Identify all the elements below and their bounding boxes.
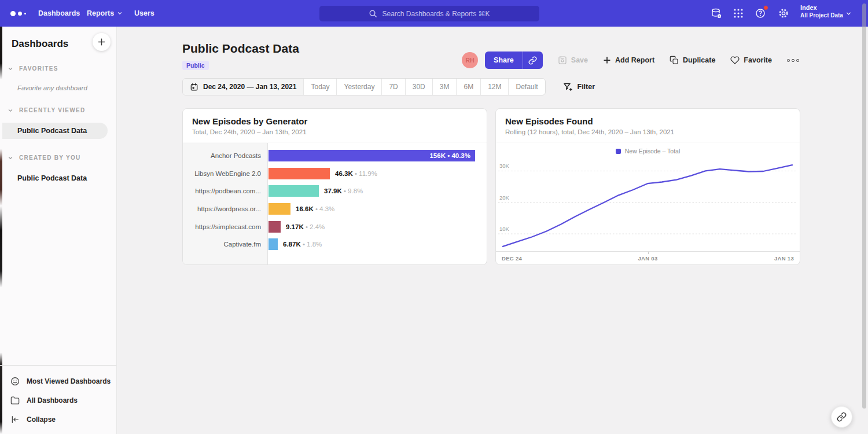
date-preset-6m[interactable]: 6M	[457, 79, 481, 95]
help-icon[interactable]	[755, 8, 766, 19]
nav-users-label: Users	[134, 9, 155, 17]
workspace-scope: All Project Data	[800, 12, 843, 19]
bar-value-label: 16.6K • 4.3%	[296, 205, 334, 212]
bar-row: Libsyn WebEngine 2.046.3K • 11.9%	[183, 165, 487, 183]
nav-dashboards-label: Dashboards	[38, 9, 80, 17]
bar-category-label: https://podbean.com...	[183, 187, 268, 194]
y-tick-label: 30K	[499, 163, 510, 169]
add-report-button[interactable]: Add Report	[603, 56, 654, 64]
bar-category-label: Captivate.fm	[183, 241, 268, 248]
chevron-down-icon	[845, 10, 852, 17]
filter-funnel-icon	[563, 82, 573, 91]
data-sources-icon[interactable]	[711, 8, 722, 19]
save-icon	[558, 56, 567, 65]
page-scrollbar[interactable]	[862, 3, 866, 409]
more-options-button[interactable]	[786, 57, 800, 64]
share-link-button[interactable]	[523, 52, 543, 69]
nav-users[interactable]: Users	[134, 0, 155, 27]
card-new-episodes-found: New Episodes Found Rolling (12 hours), t…	[495, 108, 800, 265]
line-series	[503, 165, 792, 247]
dashboard-actions: RH Share Save Add Report Duplicate Favor…	[462, 52, 800, 69]
bar-category-label: https://simplecast.com	[183, 223, 268, 230]
bar	[269, 168, 330, 179]
filter-label: Filter	[578, 83, 595, 91]
avatar[interactable]: RH	[462, 52, 478, 68]
most-viewed-dashboards-link[interactable]: Most Viewed Dashboards	[0, 372, 116, 391]
footer-item-label: All Dashboards	[27, 396, 78, 404]
legend-swatch-icon	[616, 149, 621, 154]
nav-reports-label: Reports	[87, 9, 114, 17]
workspace-selector[interactable]: Index All Project Data	[800, 4, 843, 19]
page-title: Public Podcast Data	[182, 42, 299, 56]
sidebar-footer: Most Viewed Dashboards All Dashboards Co…	[0, 365, 116, 434]
save-label: Save	[571, 56, 588, 64]
line-chart: New Episode – Total 10K20K30K DEC 24 JAN…	[496, 143, 800, 264]
date-preset-yesterday[interactable]: Yesterday	[337, 79, 382, 95]
section-recently-viewed[interactable]: RECENTLY VIEWED	[0, 107, 116, 113]
line-plot-area: 10K20K30K	[498, 157, 796, 251]
section-recently-viewed-label: RECENTLY VIEWED	[19, 107, 86, 113]
public-badge: Public	[182, 61, 209, 70]
nav-dashboards[interactable]: Dashboards	[38, 0, 80, 27]
all-dashboards-link[interactable]: All Dashboards	[0, 391, 116, 410]
section-favorites-label: FAVORITES	[19, 65, 58, 72]
plus-icon	[97, 38, 106, 46]
bar	[269, 185, 319, 197]
date-range-picker[interactable]: Dec 24, 2020 — Jan 13, 2021	[183, 79, 304, 95]
share-label: Share	[494, 56, 514, 64]
date-range-value: Dec 24, 2020 — Jan 13, 2021	[203, 83, 296, 91]
sidebar-item-public-podcast-data-created[interactable]: Public Podcast Data	[0, 170, 116, 186]
favorite-button[interactable]: Favorite	[730, 56, 772, 65]
card-new-episodes-by-generator: New Episodes by Generator Total, Dec 24t…	[182, 108, 487, 265]
x-axis-tick	[648, 252, 649, 254]
bar-value-label: 37.9K • 9.8%	[324, 187, 363, 194]
chevron-down-icon	[8, 66, 13, 72]
bar-value-label: 46.3K • 11.9%	[335, 170, 377, 177]
bar-row: https://podbean.com...37.9K • 9.8%	[183, 182, 487, 200]
calendar-icon	[190, 83, 198, 91]
bar-row: Anchor Podcasts156K • 40.3%	[183, 147, 487, 165]
chart-subtitle: Rolling (12 hours), total, Dec 24th, 202…	[505, 128, 790, 135]
apps-grid-icon[interactable]	[733, 8, 744, 19]
filter-button[interactable]: Filter	[563, 82, 595, 91]
top-navbar: Dashboards Reports Users Search Dashboar…	[0, 0, 868, 27]
collapse-sidebar-button[interactable]: Collapse	[0, 410, 116, 429]
chart-legend: New Episode – Total	[496, 148, 800, 155]
settings-gear-icon[interactable]	[778, 8, 789, 19]
legend-label: New Episode – Total	[625, 148, 681, 155]
chart-subtitle: Total, Dec 24th, 2020 – Jan 13th, 2021	[192, 128, 477, 135]
date-toolbar: Dec 24, 2020 — Jan 13, 2021 TodayYesterd…	[182, 78, 595, 95]
sidebar-item-public-podcast-data-recent[interactable]: Public Podcast Data	[0, 123, 108, 139]
bar	[269, 203, 290, 215]
sidebar-item-label: Public Podcast Data	[17, 174, 87, 182]
x-tick-label: DEC 24	[502, 255, 522, 262]
copy-link-floating-button[interactable]	[831, 406, 852, 428]
date-preset-12m[interactable]: 12M	[481, 79, 509, 95]
share-button-group: Share	[485, 52, 543, 69]
smile-icon	[10, 377, 20, 386]
share-button[interactable]: Share	[485, 52, 523, 69]
app-logo-icon[interactable]	[10, 0, 26, 27]
duplicate-label: Duplicate	[683, 56, 715, 64]
global-search-input[interactable]: Search Dashboards & Reports ⌘K	[319, 6, 539, 21]
new-dashboard-button[interactable]	[93, 33, 111, 51]
date-preset-7d[interactable]: 7D	[382, 79, 405, 95]
sidebar-item-label: Public Podcast Data	[17, 127, 87, 135]
bar-value-label: 156K • 40.3%	[429, 150, 470, 161]
heart-icon	[730, 56, 740, 65]
y-tick-label: 10K	[499, 226, 510, 232]
date-preset-today[interactable]: Today	[304, 79, 337, 95]
section-favorites[interactable]: FAVORITES	[0, 65, 116, 72]
date-preset-3m[interactable]: 3M	[433, 79, 457, 95]
date-preset-default[interactable]: Default	[509, 79, 545, 95]
nav-reports[interactable]: Reports	[87, 0, 123, 27]
date-preset-30d[interactable]: 30D	[406, 79, 433, 95]
add-report-label: Add Report	[615, 56, 654, 64]
search-placeholder: Search Dashboards & Reports ⌘K	[382, 10, 490, 18]
link-icon	[528, 56, 537, 65]
duplicate-button[interactable]: Duplicate	[670, 56, 715, 65]
section-created-by-you[interactable]: CREATED BY YOU	[0, 155, 116, 161]
save-button[interactable]: Save	[558, 56, 588, 65]
favorites-empty-text: Favorite any dashboard	[17, 84, 116, 91]
x-tick-label: JAN 13	[774, 255, 794, 262]
